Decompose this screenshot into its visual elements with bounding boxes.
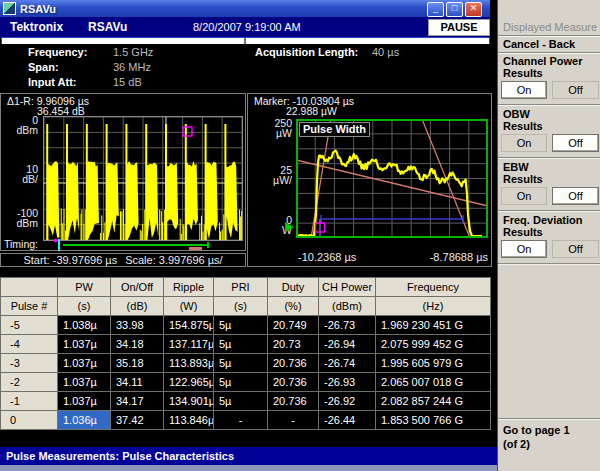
value-cell[interactable]: 5µ <box>214 373 268 392</box>
value-cell[interactable]: 33.98 <box>111 316 164 335</box>
table-header-cell: (dB) <box>111 297 164 316</box>
value-cell[interactable]: -26.44 <box>319 411 376 430</box>
pulse-number-cell[interactable]: -5 <box>1 316 58 335</box>
table-header-cell: (s) <box>58 297 111 316</box>
pause-button[interactable]: PAUSE <box>428 19 490 36</box>
value-cell[interactable]: 1.036µ <box>58 411 111 430</box>
divider <box>498 210 600 212</box>
input-att-value: 15 dB <box>113 76 142 88</box>
table-row: -11.037µ34.17134.901µ5µ20.736-26.922.082… <box>1 392 491 411</box>
plot-title: Pulse Width <box>299 122 370 137</box>
value-cell[interactable]: 5µ <box>214 354 268 373</box>
screen: RSAVu _ □ ✕ Tektronix RSAVu 8/20/2007 9:… <box>0 0 600 471</box>
value-cell[interactable]: 122.965µ <box>164 373 214 392</box>
frequency-label: Frequency: <box>28 46 87 58</box>
value-cell[interactable]: 113.846µ <box>164 411 214 430</box>
ebw-group: EBW Results On Off <box>498 161 600 214</box>
table-header-cell: CH Power <box>319 278 376 297</box>
status-bar: Pulse Measurements: Pulse Characteristic… <box>0 447 497 465</box>
value-cell[interactable]: 20.73 <box>268 335 319 354</box>
y-axis-top-unit: µW <box>248 127 292 139</box>
value-cell[interactable]: 2.082 857 244 G <box>376 392 491 411</box>
value-cell[interactable]: 5µ <box>214 392 268 411</box>
freq-deviation-on-button[interactable]: On <box>501 240 547 258</box>
value-cell[interactable]: 1.038µ <box>58 316 111 335</box>
maximize-button[interactable]: □ <box>446 2 463 17</box>
value-cell[interactable]: 1.037µ <box>58 373 111 392</box>
pulse-number-cell[interactable]: -1 <box>1 392 58 411</box>
scale-readout: Scale: 3.997696 µs/ <box>125 254 222 266</box>
value-cell[interactable]: -26.74 <box>319 354 376 373</box>
table-header-cell: Duty <box>268 278 319 297</box>
rsavu-window: RSAVu _ □ ✕ Tektronix RSAVu 8/20/2007 9:… <box>0 0 497 471</box>
value-cell[interactable]: 2.075 999 452 G <box>376 335 491 354</box>
value-cell[interactable]: 34.18 <box>111 335 164 354</box>
value-cell[interactable]: 1.853 500 766 G <box>376 411 491 430</box>
freq-deviation-group: Freq. Deviation Results On Off <box>498 214 600 267</box>
value-cell[interactable]: 35.18 <box>111 354 164 373</box>
y-axis-scale-unit: dB/ <box>1 173 38 185</box>
value-cell[interactable]: 20.736 <box>268 373 319 392</box>
divider <box>498 35 600 37</box>
value-cell[interactable]: -26.94 <box>319 335 376 354</box>
value-cell[interactable]: 20.749 <box>268 316 319 335</box>
pulse-width-plot: Pulse Width <box>296 119 488 238</box>
ebw-off-button[interactable]: Off <box>552 187 599 205</box>
timing-scrollbar[interactable] <box>63 244 209 246</box>
value-cell[interactable]: 1.037µ <box>58 335 111 354</box>
value-cell[interactable]: -26.92 <box>319 392 376 411</box>
obw-off-button[interactable]: Off <box>552 134 599 152</box>
minimize-button[interactable]: _ <box>427 2 444 17</box>
value-cell[interactable]: 1.969 230 451 G <box>376 316 491 335</box>
pulse-number-cell[interactable]: -4 <box>1 335 58 354</box>
value-cell[interactable]: 20.736 <box>268 354 319 373</box>
value-cell[interactable]: 154.875µ <box>164 316 214 335</box>
x-axis-right-label: -8.78688 µs <box>430 251 488 263</box>
divider <box>498 104 600 106</box>
table-header-cell: PW <box>58 278 111 297</box>
value-cell[interactable]: 134.901µ <box>164 392 214 411</box>
pulse-number-cell[interactable]: -3 <box>1 354 58 373</box>
value-cell[interactable]: 2.065 007 018 G <box>376 373 491 392</box>
value-cell[interactable]: 37.42 <box>111 411 164 430</box>
channel-power-off-button[interactable]: Off <box>552 81 599 99</box>
value-cell[interactable]: - <box>214 411 268 430</box>
value-cell[interactable]: 1.037µ <box>58 354 111 373</box>
pulse-number-cell[interactable]: 0 <box>1 411 58 430</box>
group-label: Results <box>503 173 543 185</box>
table-header-cell: (Hz) <box>376 297 491 316</box>
freq-deviation-off-button[interactable]: Off <box>552 240 599 258</box>
table-row: -51.038µ33.98154.875µ5µ20.749-26.731.969… <box>1 316 491 335</box>
go-to-page-suffix[interactable]: (of 2) <box>503 438 530 450</box>
value-cell[interactable]: 113.893µ <box>164 354 214 373</box>
span-label: Span: <box>28 61 59 73</box>
value-cell[interactable]: 20.736 <box>268 392 319 411</box>
go-to-page-button[interactable]: Go to page 1 <box>503 424 570 436</box>
value-cell[interactable]: 1.995 605 979 G <box>376 354 491 373</box>
divider <box>498 52 600 54</box>
value-cell[interactable]: 5µ <box>214 316 268 335</box>
table-header-cell: (s) <box>214 297 268 316</box>
x-axis-left-label: -10.2368 µs <box>298 251 356 263</box>
y-axis-scale-unit: µW/ <box>248 174 292 186</box>
value-cell[interactable]: 137.117µ <box>164 335 214 354</box>
group-label: Results <box>503 67 543 79</box>
value-cell[interactable]: 1.037µ <box>58 392 111 411</box>
side-menu: Displayed Measure Cancel - Back Channel … <box>497 0 600 471</box>
value-cell[interactable]: 34.17 <box>111 392 164 411</box>
pulse-number-cell[interactable]: -2 <box>1 373 58 392</box>
value-cell[interactable]: 5µ <box>214 335 268 354</box>
value-cell[interactable]: 34.11 <box>111 373 164 392</box>
pulse-table: PWOn/OffRipplePRIDutyCH PowerFrequencyPu… <box>0 277 491 430</box>
channel-power-on-button[interactable]: On <box>501 81 547 99</box>
close-button[interactable]: ✕ <box>465 2 482 17</box>
ebw-on-button[interactable]: On <box>501 187 547 205</box>
value-cell[interactable]: - <box>268 411 319 430</box>
obw-on-button[interactable]: On <box>501 134 547 152</box>
y-axis-top-unit: dBm <box>1 124 38 136</box>
value-cell[interactable]: -26.93 <box>319 373 376 392</box>
cancel-back-button[interactable]: Cancel - Back <box>503 38 575 50</box>
y-axis-bottom-unit: dBm <box>1 217 38 229</box>
value-cell[interactable]: -26.73 <box>319 316 376 335</box>
title-bar[interactable]: RSAVu _ □ ✕ <box>0 0 490 17</box>
